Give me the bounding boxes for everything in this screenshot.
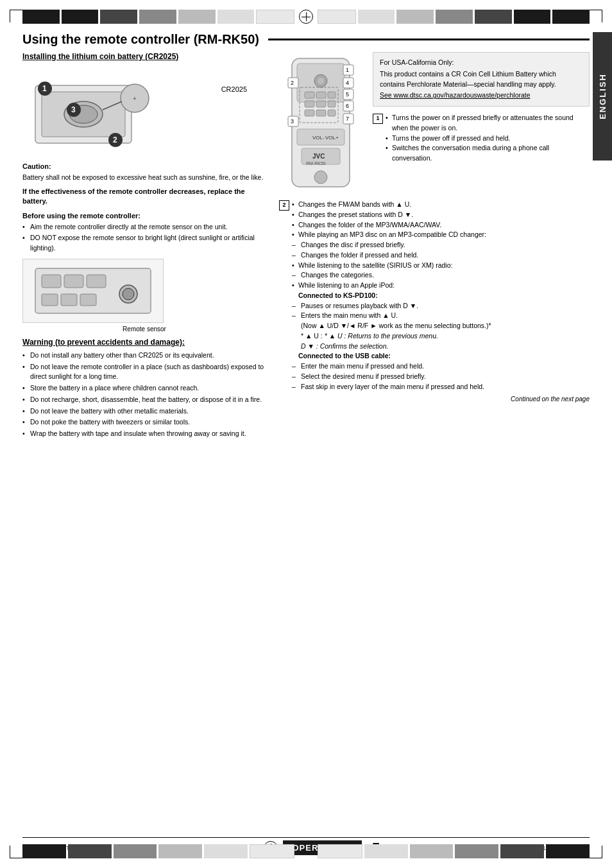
svg-rect-15	[64, 275, 83, 288]
language-label: ENGLISH	[598, 73, 608, 119]
svg-text:4: 4	[346, 80, 349, 86]
item-2-bullet-1: Changes the FM/AM bands with ▲ U.	[292, 200, 590, 210]
before-using-heading: Before using the remote controller:	[22, 212, 266, 220]
svg-rect-20	[61, 294, 77, 306]
two-col-layout: Installing the lithium coin battery (CR2…	[22, 52, 590, 444]
language-sidebar: ENGLISH	[593, 32, 612, 161]
svg-rect-19	[42, 294, 58, 306]
remote-top-area: 1 4 5 6 7 2 3	[279, 52, 590, 193]
ks-item-2: Enters the main menu with ▲ U.	[292, 311, 590, 321]
svg-text:2: 2	[113, 135, 117, 144]
item-2-bullet-2: Changes the preset stations with D ▼.	[292, 210, 590, 220]
svg-rect-16	[87, 275, 106, 288]
item-1-bullet-2: Turns the power off if pressed and held.	[386, 134, 590, 144]
item-2-content: Changes the FM/AM bands with ▲ U. Change…	[292, 200, 590, 392]
svg-rect-14	[42, 275, 61, 288]
usa-california-box: For USA-California Only: This product co…	[373, 52, 590, 107]
list-item: Aim the remote controller directly at th…	[22, 222, 266, 232]
item-2-bullet-4: While playing an MP3 disc on an MP3-comp…	[292, 230, 590, 240]
svg-text:JVC: JVC	[312, 153, 325, 160]
ks-pd100-heading: Connected to KS-PD100:	[298, 291, 590, 301]
left-column: Installing the lithium coin battery (CR2…	[22, 52, 266, 444]
svg-point-40	[317, 77, 325, 85]
ks-item-4-italic: * ▲ U : Returns to the previous menu.	[325, 332, 438, 340]
numbered-item-2: 2 Changes the FM/AM bands with ▲ U. Chan…	[279, 200, 590, 392]
page-title: Using the remote controller (RM-RK50)	[22, 32, 590, 47]
svg-point-18	[123, 288, 134, 300]
item-number-2: 2	[279, 200, 289, 211]
list-item: Do not recharge, short, disassemble, hea…	[22, 395, 266, 405]
list-item: Do not poke the battery with tweezers or…	[22, 417, 266, 428]
svg-text:VOL-: VOL-	[312, 135, 325, 141]
title-line	[268, 39, 590, 40]
usb-item-2: Select the desired menu if pressed brief…	[292, 372, 590, 382]
ks-item-3: (Now ▲ U/D ▼/◄ R/F ► work as the menu se…	[292, 321, 590, 331]
svg-rect-49	[328, 110, 336, 116]
battery-label: CR2025	[221, 85, 247, 93]
list-item: Do not leave the battery with other meta…	[22, 406, 266, 417]
svg-rect-44	[305, 101, 314, 107]
item-1-bullet-1: Turns the power on if pressed briefly or…	[386, 113, 590, 134]
caution-heading: Caution:	[22, 162, 266, 170]
right-info-area: For USA-California Only: This product co…	[373, 52, 590, 193]
ks-item-4: * ▲ U : * ▲ U : Returns to the previous …	[292, 331, 590, 342]
numbered-item-1: 1 Turns the power on if pressed briefly …	[373, 113, 590, 164]
battery-section-heading: Installing the lithium coin battery (CR2…	[22, 52, 266, 61]
battery-installation-diagram: + 1 2 3	[22, 66, 170, 156]
list-item: Store the battery in a place where child…	[22, 383, 266, 394]
svg-text:5: 5	[346, 91, 349, 98]
svg-text:6: 6	[346, 103, 349, 109]
item-2-mp3-dash-2: Changes the folder if pressed and held.	[292, 250, 590, 261]
warning-heading: Warning (to prevent accidents and damage…	[22, 338, 266, 347]
remote-control-image: 1 4 5 6 7 2 3	[279, 52, 362, 193]
continued-label: Continued on the next page	[279, 395, 590, 403]
svg-rect-46	[328, 101, 336, 107]
svg-rect-42	[316, 92, 326, 98]
remote-sensor-diagram	[22, 259, 164, 323]
battery-diagram-container: + 1 2 3 CR2025	[22, 66, 266, 157]
item-2-mp3-dash-1: Changes the disc if pressed briefly.	[292, 240, 590, 250]
svg-text:3: 3	[291, 118, 294, 125]
ks-item-5: D ▼ : Confirms the selection.	[292, 342, 590, 352]
caution-text: Battery shall not be exposed to excessiv…	[22, 173, 266, 183]
svg-rect-45	[316, 101, 326, 107]
usb-heading: Connected to the USB cable:	[298, 351, 590, 361]
usb-item-3: Fast skip in every layer of the main men…	[292, 382, 590, 392]
svg-rect-43	[328, 92, 336, 98]
usa-line1: For USA-California Only:	[380, 58, 582, 68]
item-1-bullet-3: Switches the conversation media during a…	[386, 143, 590, 164]
usa-line2: This product contains a CR Coin Cell Lit…	[380, 69, 582, 90]
svg-text:1: 1	[346, 67, 349, 73]
item-2-bullet-5: While listening to the satellite (SIRIUS…	[292, 261, 590, 271]
svg-text:RM-RK50: RM-RK50	[306, 161, 326, 166]
ks-item-5-italic: D ▼ : Confirms the selection.	[301, 342, 388, 350]
usa-link: See www.dtsc.ca.gov/hazardouswaste/perch…	[380, 91, 531, 99]
item-2-bullet-3: Changes the folder of the MP3/WMA/AAC/WA…	[292, 220, 590, 230]
list-item: DO NOT expose the remote sensor to brigh…	[22, 233, 266, 254]
item-number-1: 1	[373, 114, 383, 124]
svg-point-56	[314, 171, 327, 184]
svg-rect-47	[305, 110, 314, 116]
item-1-content: Turns the power on if pressed briefly or…	[386, 113, 590, 164]
svg-rect-41	[305, 92, 314, 98]
svg-text:VOL+: VOL+	[325, 135, 339, 141]
svg-rect-48	[316, 110, 326, 116]
item-2-bullet-6: While listening to an Apple iPod:	[292, 281, 590, 291]
sensor-svg	[29, 262, 157, 320]
effectiveness-warning: If the effectiveness of the remote contr…	[22, 187, 266, 207]
svg-rect-21	[80, 294, 96, 306]
bottom-color-bar	[22, 844, 590, 858]
usb-item-1: Enter the main menu if pressed and held.	[292, 361, 590, 372]
warning-list: Do not install any battery other than CR…	[22, 351, 266, 439]
svg-text:2: 2	[291, 80, 294, 86]
svg-text:3: 3	[71, 105, 76, 114]
svg-text:+: +	[133, 95, 137, 102]
registration-mark	[299, 10, 313, 24]
main-content: Using the remote controller (RM-RK50) In…	[22, 32, 590, 836]
before-using-list: Aim the remote controller directly at th…	[22, 222, 266, 254]
list-item: Do not install any battery other than CR…	[22, 351, 266, 361]
sensor-label: Remote sensor	[22, 326, 266, 333]
ks-item-1: Pauses or resumes playback with D ▼.	[292, 301, 590, 311]
svg-text:1: 1	[42, 84, 47, 93]
list-item: Wrap the battery with tape and insulate …	[22, 429, 266, 439]
